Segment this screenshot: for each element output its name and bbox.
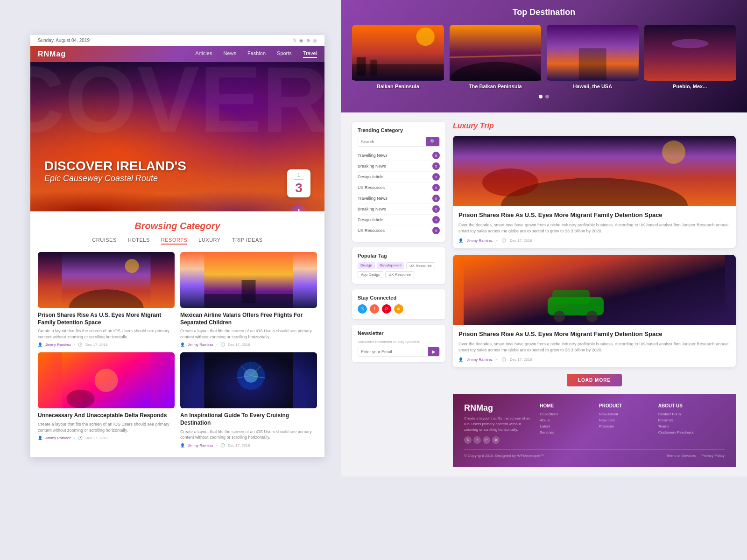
nav-sports[interactable]: Sports bbox=[277, 50, 292, 58]
footer-about-link-0[interactable]: Contact Form bbox=[658, 412, 725, 416]
rss-icon[interactable]: ⊛ bbox=[394, 304, 403, 314]
luxury-img-1 bbox=[453, 255, 736, 325]
slide-current-num: 3 bbox=[295, 182, 303, 195]
left-panel: Sunday, August 04, 2019 𝕏 ◉ ⊕ ◎ RNMag Ar… bbox=[30, 35, 324, 457]
luxury-img-0 bbox=[453, 136, 736, 206]
newsletter-input[interactable] bbox=[358, 347, 428, 356]
tag-0[interactable]: Design bbox=[358, 262, 375, 269]
tab-resorts[interactable]: RESORTS bbox=[161, 237, 187, 245]
footer-product-link-1[interactable]: New Item bbox=[599, 418, 649, 422]
footer-about-title: ABOUT US bbox=[658, 403, 725, 408]
luxury-section: Luxury Trip bbox=[453, 122, 736, 467]
dest-card-0[interactable]: Balkan Peninsula bbox=[352, 25, 444, 89]
nav-news[interactable]: News bbox=[223, 50, 236, 58]
hero-subtitle: Epic Causeway Coastal Route bbox=[44, 174, 186, 183]
luxury-body-1: Prison Shares Rise As U.S. Eyes More Mig… bbox=[453, 325, 736, 367]
footer-about-link-3[interactable]: Customers Feedback bbox=[658, 430, 725, 434]
tag-4[interactable]: UX Resource bbox=[385, 271, 414, 278]
slide-counter: 1 3 bbox=[287, 169, 310, 197]
dest-dot-0[interactable] bbox=[539, 95, 543, 98]
footer-home-link-3[interactable]: Services bbox=[540, 430, 590, 434]
dest-card-3[interactable]: Pueblo, Mex... bbox=[644, 25, 736, 89]
cat-count-5: 5 bbox=[432, 205, 440, 213]
dest-card-1[interactable]: The Balkan Peninsula bbox=[450, 25, 542, 89]
luxury-article-excerpt-1: Over the decades, smart toys have grown … bbox=[458, 341, 730, 354]
svg-point-8 bbox=[67, 390, 95, 408]
search-button[interactable]: 🔍 bbox=[426, 137, 439, 146]
browse-tabs: CRUISES HOTELS RESORTS LUXURY TRIP IDEAS bbox=[38, 237, 317, 245]
instagram-icon-top[interactable]: ◎ bbox=[313, 38, 317, 43]
twitter-icon[interactable]: 𝕏 bbox=[358, 304, 367, 314]
hero-watermark-letter: DISCOVER bbox=[30, 62, 324, 146]
cat-name-7: UX Resources bbox=[358, 228, 385, 233]
footer-about-link-2[interactable]: Teams bbox=[658, 424, 725, 428]
hero-title: DISCOVER IRELAND'S bbox=[44, 159, 186, 174]
top-destination-title: Top Destination bbox=[352, 7, 736, 17]
tab-trip-ideas[interactable]: TRIP IDEAS bbox=[232, 237, 263, 245]
footer-product-link-0[interactable]: New Arrival bbox=[599, 412, 649, 416]
browse-title: Browsing Category bbox=[38, 221, 317, 231]
footer-twitter-icon[interactable]: 𝕏 bbox=[464, 436, 472, 444]
luxury-meta-1: 👤 Jimmy Ramirez • 🕐 Dec 17, 2018 bbox=[458, 357, 730, 362]
dest-card-img-3 bbox=[644, 25, 736, 81]
footer-bottom: © Copyright 2016. Designed by WPDevelope… bbox=[464, 449, 725, 458]
nav-travel[interactable]: Travel bbox=[303, 50, 317, 58]
card-meta-3: 👤 Jimmy Ramirez • 🕐 Dec 17, 2018 bbox=[180, 443, 317, 448]
pinterest-icon-top[interactable]: ◉ bbox=[299, 38, 303, 43]
rss-icon-top[interactable]: ⊕ bbox=[306, 38, 310, 43]
cat-name-0: Travelling News bbox=[358, 153, 388, 158]
footer-home-title: HOME bbox=[540, 403, 590, 408]
footer-home-link-1[interactable]: About bbox=[540, 418, 590, 422]
svg-rect-21 bbox=[370, 60, 377, 76]
footer-facebook-icon[interactable]: f bbox=[473, 436, 481, 444]
luxury-article-excerpt-0: Over the decades, smart toys have grown … bbox=[458, 222, 730, 235]
search-input[interactable] bbox=[358, 137, 426, 146]
cat-name-2: Design Article bbox=[358, 175, 383, 179]
cat-row-7: UX Resources 9 bbox=[358, 225, 440, 236]
pinterest-icon[interactable]: P bbox=[382, 304, 391, 314]
tag-cloud: Design Development UX Resource App Desig… bbox=[358, 262, 440, 278]
dest-card-2[interactable]: Hawaii, the USA bbox=[547, 25, 639, 89]
stay-connected-widget: Stay Connected 𝕏 f P ⊛ bbox=[352, 289, 445, 319]
footer-home-link-2[interactable]: Latest bbox=[540, 424, 590, 428]
footer-product-link-2[interactable]: Premium bbox=[599, 424, 649, 428]
tab-hotels[interactable]: HOTELS bbox=[128, 237, 150, 245]
card-date-0: Dec 17, 2018 bbox=[85, 343, 108, 347]
footer-bottom-links: Terms of Services Privacy Policy bbox=[666, 454, 725, 458]
footer-pinterest-icon[interactable]: P bbox=[483, 436, 490, 444]
tag-2[interactable]: UX Resource bbox=[406, 262, 435, 269]
article-cards-grid: Prison Shares Rise As U.S. Eyes More Mig… bbox=[38, 252, 317, 448]
card-title-1: Mexican Airline Valaris Offers Free Flig… bbox=[180, 312, 317, 326]
card-author-3: Jimmy Ramirez bbox=[188, 443, 213, 448]
luxury-article-0: Prison Shares Rise As U.S. Eyes More Mig… bbox=[453, 136, 736, 248]
card-title-3: An Inspirational Guide To Every Cruising… bbox=[180, 412, 317, 427]
dest-card-img-2 bbox=[547, 25, 639, 81]
footer-terms-link[interactable]: Terms of Services bbox=[666, 454, 696, 458]
tab-luxury[interactable]: LUXURY bbox=[198, 237, 220, 245]
svg-point-36 bbox=[586, 311, 598, 322]
tag-3[interactable]: App Design bbox=[358, 271, 383, 278]
luxury-body-0: Prison Shares Rise As U.S. Eyes More Mig… bbox=[453, 206, 736, 248]
stay-connected-title: Stay Connected bbox=[358, 295, 440, 301]
popular-tag-widget: Popular Tag Design Development UX Resour… bbox=[352, 247, 445, 284]
newsletter-submit-button[interactable]: ▶ bbox=[428, 347, 439, 356]
footer-about-link-1[interactable]: Email Us bbox=[658, 418, 725, 422]
dest-dot-1[interactable] bbox=[545, 95, 549, 98]
nav-articles[interactable]: Articles bbox=[195, 50, 212, 58]
footer-description: Create a layout that fits the screen of … bbox=[464, 416, 530, 433]
load-more-button[interactable]: LOAD MORE bbox=[567, 374, 622, 386]
card-author-1: Jimmy Ramirez bbox=[188, 343, 213, 347]
cat-name-6: Design Article bbox=[358, 217, 383, 222]
facebook-icon[interactable]: f bbox=[370, 304, 379, 314]
cat-row-3: UX Resources 9 bbox=[358, 182, 440, 193]
luxury-meta-0: 👤 Jimmy Ramirez • 🕐 Dec 17, 2018 bbox=[458, 238, 730, 243]
footer-home-link-0[interactable]: Collections bbox=[540, 412, 590, 416]
navbar: RNMag Articles News Fashion Sports Trave… bbox=[30, 46, 324, 62]
tag-1[interactable]: Development bbox=[377, 262, 404, 269]
footer-privacy-link[interactable]: Privacy Policy bbox=[701, 454, 725, 458]
twitter-icon-top[interactable]: 𝕏 bbox=[293, 38, 296, 43]
nav-fashion[interactable]: Fashion bbox=[247, 50, 266, 58]
card-title-0: Prison Shares Rise As U.S. Eyes More Mig… bbox=[38, 312, 175, 326]
tab-cruises[interactable]: CRUISES bbox=[92, 237, 116, 245]
footer-rss-icon[interactable]: ⊛ bbox=[492, 436, 500, 444]
